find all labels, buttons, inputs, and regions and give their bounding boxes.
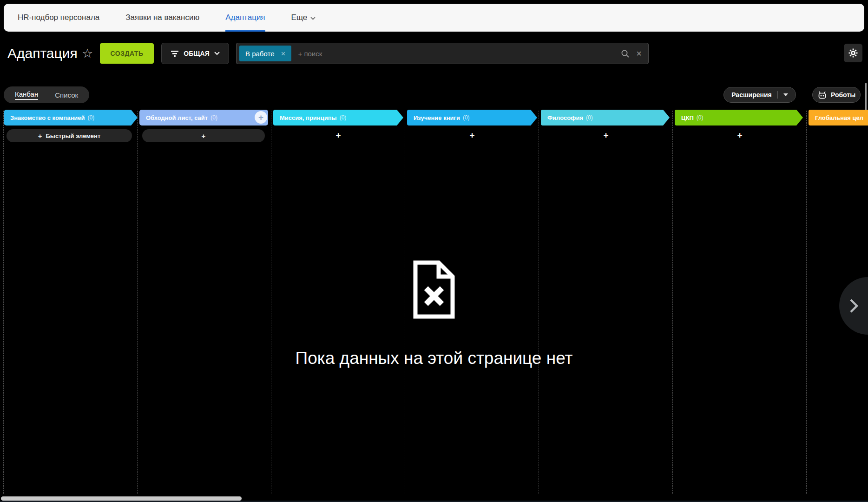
chevron-down-icon [214, 52, 220, 55]
kanban-column-header[interactable]: Глобальная цел [809, 110, 868, 126]
funnel-icon [171, 50, 179, 57]
search-placeholder: + поиск [298, 50, 322, 58]
column-name: Изучение книги [414, 114, 460, 121]
column-count: (0) [87, 114, 94, 121]
kanban-column-header[interactable]: Знакомство с компанией (0) [4, 110, 138, 126]
horizontal-scrollbar-thumb[interactable] [1, 496, 242, 501]
column-count: (0) [340, 114, 347, 121]
chevron-down-icon [310, 17, 316, 20]
tab-hr-recruiting[interactable]: HR-подбор персонала [18, 4, 99, 32]
top-tab-bar: HR-подбор персонала Заявки на вакансию А… [4, 4, 864, 32]
filter-label: ОБЩАЯ [184, 50, 209, 57]
column-title: Глобальная цел [815, 110, 863, 126]
add-item-button[interactable]: + [675, 128, 805, 142]
tab-label: Заявки на вакансию [125, 13, 199, 22]
extensions-label: Расширения [731, 91, 772, 99]
page-title: Адаптация [7, 43, 78, 64]
column-name: Философия [547, 114, 583, 121]
column-title: Изучение книги (0) [414, 110, 470, 126]
dropdown-arrow-icon[interactable] [783, 93, 788, 96]
column-separator [806, 111, 807, 494]
view-switcher: Канбан Список [4, 86, 89, 103]
column-count: (0) [586, 114, 593, 121]
column-header-arrow [663, 110, 670, 126]
add-item-button[interactable]: + [142, 129, 265, 142]
column-title: Философия (0) [547, 110, 593, 126]
kanban-column-header[interactable]: ЦКП (0) [675, 110, 803, 126]
column-header-arrow [796, 110, 803, 126]
robot-icon [817, 91, 827, 99]
search-input[interactable]: В работе × + поиск × [236, 43, 649, 64]
search-filter-chip[interactable]: В работе × [239, 46, 291, 61]
chevron-right-icon [849, 298, 859, 313]
kanban-column-header[interactable]: Обходной лист, сайт (0) + [139, 110, 268, 126]
column-name: Миссия, принципы [280, 114, 337, 121]
vertical-scrollbar-thumb[interactable] [865, 83, 867, 111]
tab-label: Еще [291, 13, 308, 22]
chip-remove-icon[interactable]: × [281, 50, 286, 58]
search-icon[interactable] [621, 49, 630, 58]
chip-label: В работе [245, 50, 275, 58]
search-clear-icon[interactable]: × [636, 49, 642, 58]
tab-adaptation[interactable]: Адаптация [225, 4, 265, 32]
settings-button[interactable] [844, 44, 862, 62]
add-item-button[interactable]: + [407, 128, 537, 142]
kanban-column-header[interactable]: Философия (0) [541, 110, 670, 126]
robots-button[interactable]: Роботы [812, 87, 861, 103]
add-item-button[interactable]: + [541, 128, 671, 142]
column-count: (0) [210, 114, 217, 121]
column-title: Обходной лист, сайт (0) [146, 110, 217, 126]
column-name: Глобальная цел [815, 114, 863, 121]
create-button[interactable]: СОЗДАТЬ [100, 43, 154, 64]
gear-icon [848, 48, 858, 58]
column-title: Миссия, принципы (0) [280, 110, 346, 126]
column-name: ЦКП [681, 114, 694, 121]
add-item-button[interactable]: + [273, 128, 403, 142]
column-separator [539, 111, 539, 494]
column-separator [271, 111, 271, 494]
column-header-arrow [397, 110, 403, 126]
column-count: (0) [463, 114, 470, 121]
column-header-arrow [131, 110, 138, 126]
tab-label: Адаптация [225, 13, 265, 22]
column-count: (0) [697, 114, 704, 121]
quick-add-label: Быстрый элемент [46, 132, 101, 139]
view-list[interactable]: Список [55, 91, 78, 99]
empty-state-message: Пока данных на этой странице нет [0, 349, 868, 368]
column-title: ЦКП (0) [681, 110, 703, 126]
column-name: Знакомство с компанией [10, 114, 85, 121]
tab-more[interactable]: Еще [291, 4, 316, 32]
kanban-column-header[interactable]: Изучение книги (0) [407, 110, 537, 126]
plus-icon: + [202, 132, 206, 140]
favorite-star-icon[interactable]: ☆ [82, 43, 93, 64]
kanban-column-header[interactable]: Миссия, принципы (0) [273, 110, 403, 126]
column-title: Знакомство с компанией (0) [10, 110, 94, 126]
quick-add-item-button[interactable]: + Быстрый элемент [7, 129, 132, 142]
filter-button[interactable]: ОБЩАЯ [161, 43, 229, 64]
view-kanban[interactable]: Канбан [15, 90, 38, 100]
tab-vacancy-requests[interactable]: Заявки на вакансию [125, 4, 199, 32]
plus-icon: + [38, 132, 42, 140]
column-header-arrow [531, 110, 537, 126]
column-name: Обходной лист, сайт [146, 114, 208, 121]
extensions-button[interactable]: Расширения [723, 87, 796, 103]
column-separator [672, 111, 673, 494]
scroll-right-button[interactable] [839, 277, 868, 335]
column-separator [405, 111, 405, 494]
empty-document-x-icon [411, 258, 457, 323]
add-stage-button[interactable]: + [255, 111, 267, 124]
robots-label: Роботы [831, 91, 855, 99]
column-separator [3, 111, 4, 494]
column-separator [137, 111, 138, 494]
divider [777, 91, 778, 99]
tab-label: HR-подбор персонала [18, 13, 99, 22]
